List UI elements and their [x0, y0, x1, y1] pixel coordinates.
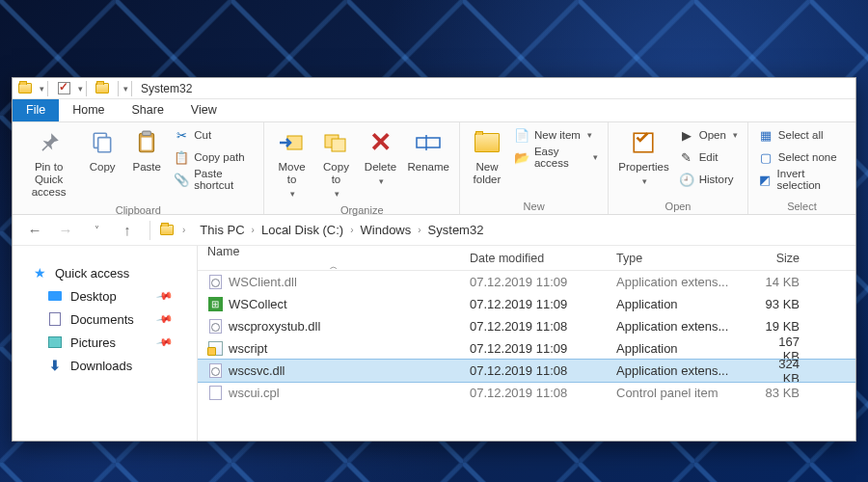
chevron-down-icon[interactable]: ▾ — [78, 84, 83, 94]
breadcrumb-item[interactable]: This PC — [200, 223, 244, 237]
tab-home[interactable]: Home — [59, 99, 118, 121]
new-folder-button[interactable]: New folder — [466, 124, 508, 189]
file-size: 93 KB — [749, 297, 817, 311]
properties-icon — [631, 130, 656, 155]
copy-path-icon: 📋 — [174, 149, 189, 165]
file-icon: ⊞ — [207, 297, 223, 312]
file-icon — [207, 341, 223, 357]
svg-rect-7 — [332, 139, 345, 151]
move-to-icon — [278, 130, 305, 155]
file-date: 07.12.2019 11:08 — [460, 363, 607, 378]
history-button[interactable]: 🕘History — [675, 169, 742, 190]
move-to-button[interactable]: Move to▾ — [270, 124, 312, 202]
file-date: 07.12.2019 11:08 — [460, 386, 607, 400]
edit-button[interactable]: ✎Edit — [675, 147, 742, 168]
tab-view[interactable]: View — [177, 99, 231, 121]
paste-shortcut-button[interactable]: 📎Paste shortcut — [170, 169, 258, 190]
copy-icon — [90, 130, 115, 155]
easy-access-icon: 📂 — [514, 149, 529, 165]
file-row[interactable]: wscsvc.dll07.12.2019 11:08Application ex… — [198, 360, 855, 382]
breadcrumb-item[interactable]: System32 — [428, 223, 484, 237]
explorer-window: ▾ ▾ ▾ System32 File Home Share View Pin … — [12, 77, 856, 442]
pin-icon: 📌 — [156, 334, 175, 352]
cut-button[interactable]: ✂Cut — [170, 124, 258, 146]
breadcrumb-item[interactable]: Windows — [361, 223, 412, 237]
history-icon: 🕘 — [679, 172, 694, 187]
file-icon — [207, 363, 223, 379]
chevron-right-icon[interactable]: › — [415, 225, 423, 235]
chevron-right-icon[interactable]: › — [347, 225, 356, 235]
qat-properties-button[interactable] — [54, 79, 73, 98]
select-all-button[interactable]: ▦Select all — [754, 124, 850, 146]
folder-icon — [160, 225, 174, 235]
pin-label: Pin to Quick access — [22, 161, 75, 200]
breadcrumb-item[interactable]: Local Disk (C:) — [261, 223, 343, 237]
ribbon-group-open: Properties▾ ▶Open ▾ ✎Edit 🕘History Open — [609, 122, 748, 214]
qat-newfolder-button[interactable] — [93, 79, 112, 98]
col-name[interactable]: Name ︿ — [198, 246, 460, 272]
file-type: Application extens... — [607, 319, 749, 334]
chevron-down-icon: ▾ — [733, 130, 738, 140]
address-bar: ← → ˅ ↑ › This PC› Local Disk (C:)› Wind… — [13, 215, 855, 246]
file-type: Application — [607, 297, 749, 311]
easy-access-button[interactable]: 📂Easy access ▾ — [510, 147, 602, 168]
rename-icon — [415, 133, 442, 152]
star-icon: ★ — [32, 265, 47, 281]
chevron-down-icon[interactable]: ▾ — [40, 84, 44, 94]
nav-quick-access[interactable]: ★ Quick access — [18, 261, 191, 284]
breadcrumb[interactable]: This PC› Local Disk (C:)› Windows› Syste… — [200, 223, 483, 237]
nav-downloads[interactable]: ⬇ Downloads — [18, 354, 191, 377]
properties-button[interactable]: Properties▾ — [614, 124, 672, 190]
file-date: 07.12.2019 11:09 — [460, 275, 607, 289]
select-none-icon: ▢ — [758, 149, 773, 165]
chevron-down-icon: ▾ — [642, 176, 647, 186]
col-date[interactable]: Date modified — [460, 252, 607, 265]
svg-rect-8 — [417, 138, 440, 147]
file-name: wscript — [229, 341, 267, 356]
chevron-down-icon: ▾ — [335, 189, 339, 199]
select-none-button[interactable]: ▢Select none — [754, 147, 850, 168]
file-size: 83 KB — [749, 386, 817, 400]
file-name: WSClient.dll — [229, 275, 297, 289]
new-item-button[interactable]: 📄New item ▾ — [510, 124, 602, 146]
ribbon-group-clipboard: Pin to Quick access Copy Paste ✂Cut 📋Cop… — [13, 122, 264, 214]
up-button[interactable]: ↑ — [115, 218, 140, 243]
chevron-right-icon[interactable]: › — [179, 225, 188, 235]
file-row[interactable]: wscui.cpl07.12.2019 11:08Control panel i… — [198, 382, 855, 404]
back-button[interactable]: ← — [22, 218, 47, 243]
open-button[interactable]: ▶Open ▾ — [675, 124, 742, 146]
shortcut-icon: 📎 — [174, 172, 189, 187]
open-icon: ▶ — [679, 127, 694, 143]
chevron-right-icon[interactable]: › — [249, 225, 258, 235]
file-size: 324 KB — [749, 357, 817, 386]
file-row[interactable]: WSClient.dll07.12.2019 11:09Application … — [198, 271, 855, 293]
file-row[interactable]: ⊞WSCollect07.12.2019 11:09Application93 … — [198, 293, 855, 315]
rename-button[interactable]: Rename — [403, 124, 452, 176]
pin-icon: 📌 — [156, 310, 175, 329]
tab-file[interactable]: File — [13, 99, 59, 121]
col-type[interactable]: Type — [607, 252, 749, 265]
paste-icon — [134, 130, 159, 155]
pin-quickaccess-button[interactable]: Pin to Quick access — [18, 124, 79, 202]
file-icon — [207, 275, 223, 290]
delete-button[interactable]: ✕ Delete▾ — [359, 124, 401, 190]
nav-desktop[interactable]: Desktop 📌 — [18, 284, 191, 308]
col-size[interactable]: Size — [749, 252, 817, 265]
qat-more-icon[interactable]: ▾ — [123, 84, 128, 94]
file-date: 07.12.2019 11:09 — [460, 341, 607, 356]
paste-button[interactable]: Paste — [125, 124, 168, 176]
forward-button[interactable]: → — [53, 218, 78, 243]
invert-selection-button[interactable]: ◩Invert selection — [754, 169, 850, 190]
ribbon-group-organize: Move to▾ Copy to▾ ✕ Delete▾ Rename Organ… — [264, 122, 459, 214]
tab-share[interactable]: Share — [119, 99, 177, 121]
delete-icon: ✕ — [365, 127, 395, 158]
file-type: Control panel item — [607, 386, 749, 400]
recent-button[interactable]: ˅ — [84, 218, 109, 243]
copy-to-icon — [322, 130, 349, 155]
nav-pictures[interactable]: Pictures 📌 — [18, 331, 191, 354]
copy-button[interactable]: Copy — [81, 124, 123, 176]
nav-documents[interactable]: Documents 📌 — [18, 308, 191, 331]
copy-to-button[interactable]: Copy to▾ — [314, 124, 357, 202]
copy-path-button[interactable]: 📋Copy path — [170, 147, 258, 168]
window-title: System32 — [141, 82, 192, 95]
